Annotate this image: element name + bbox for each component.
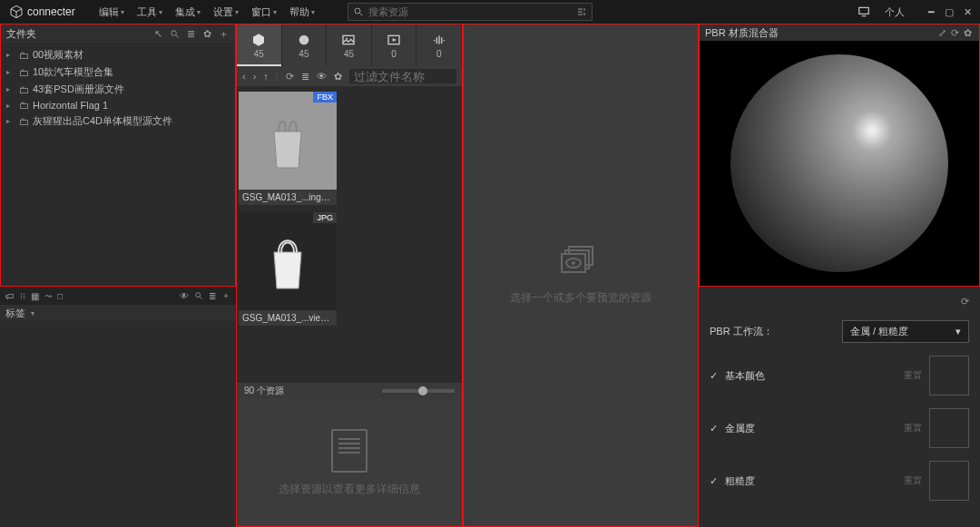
thumbnail-size-slider[interactable] (382, 389, 455, 393)
tag-views: 🏷 ⁝⁝ ▦ ⤳ □ 👁 ≣ ＋ (0, 287, 236, 305)
folder-label: 43套PSD画册源文件 (33, 83, 124, 96)
refresh-icon[interactable]: ⟳ (948, 26, 961, 39)
search-icon[interactable] (194, 291, 203, 300)
tag-view-grid-icon[interactable]: ▦ (31, 291, 39, 301)
reset-button[interactable]: 重置 (904, 474, 922, 487)
forward-icon[interactable]: › (253, 71, 257, 82)
workflow-label: PBR 工作流： (710, 325, 835, 338)
format-badge: FBX (313, 92, 337, 102)
svg-line-1 (359, 14, 362, 16)
layers-icon[interactable]: ≣ (184, 27, 197, 40)
eye-icon[interactable]: 👁 (180, 291, 189, 301)
search-box[interactable] (348, 3, 593, 21)
folder-label: 00视频素材 (33, 48, 83, 62)
property-label: 粗糙度 (725, 474, 897, 488)
asset-thumbnail: FBX (239, 92, 337, 190)
preview-placeholder: 选择一个或多个要预览的资源 (510, 290, 652, 306)
add-icon[interactable]: ＋ (217, 27, 230, 40)
check-icon[interactable]: ✓ (710, 475, 718, 487)
menu-integration[interactable]: 集成▾ (170, 3, 206, 22)
monitor-icon[interactable] (853, 3, 875, 21)
refresh-icon[interactable]: ⟳ (286, 71, 294, 83)
property-basecolor: ✓ 基本颜色 重置 (710, 356, 969, 395)
preview-icon (558, 245, 603, 281)
folder-item[interactable]: ▸🗀00视频素材 (6, 46, 230, 63)
refresh-icon[interactable]: ⟳ (961, 296, 969, 307)
reset-button[interactable]: 重置 (904, 422, 922, 434)
tag-view-square-icon[interactable]: □ (57, 291, 63, 301)
asset-item[interactable]: JPG GSG_MA013_...viewthumb (239, 212, 337, 326)
asset-name: GSG_MA013_...viewthumb (239, 310, 337, 326)
search-input[interactable] (368, 6, 572, 17)
type-tab-video[interactable]: 0 (372, 24, 417, 66)
menu-settings[interactable]: 设置▾ (208, 3, 244, 22)
account-label[interactable]: 个人 (880, 3, 909, 22)
menu-help[interactable]: 帮助▾ (284, 3, 320, 22)
texture-swatch[interactable] (929, 356, 969, 395)
texture-swatch[interactable] (929, 408, 969, 448)
cursor-icon[interactable]: ↖ (152, 27, 164, 40)
folder-label: 灰猩猩出品C4D单体模型源文件 (33, 114, 172, 128)
pbr-preview-viewport[interactable] (700, 41, 979, 286)
svg-point-0 (355, 8, 360, 14)
format-badge: JPG (313, 212, 337, 223)
folder-icon: 🗀 (19, 116, 29, 127)
up-icon[interactable]: ↑ (263, 71, 269, 82)
divider: | (276, 71, 279, 82)
asset-item[interactable]: FBX GSG_MA013_...ingBagIcon (239, 92, 337, 205)
gear-icon[interactable]: ✿ (961, 26, 974, 39)
close-button[interactable]: ✕ (958, 3, 976, 21)
type-tabs: 45 45 45 0 0 (237, 24, 462, 66)
browse-toolbar: ‹ › ↑ | ⟳ ≣ 👁 ✿ (237, 66, 462, 86)
search-options-icon[interactable] (572, 6, 592, 17)
property-label: 金属度 (725, 422, 897, 435)
search-icon[interactable] (168, 27, 181, 40)
type-count: 0 (436, 49, 442, 59)
svg-line-7 (200, 297, 202, 299)
filter-box[interactable] (349, 69, 456, 83)
asset-name: GSG_MA013_...ingBagIcon (239, 190, 337, 205)
filter-input[interactable] (354, 70, 452, 83)
tags-header[interactable]: 标签 ▾ (0, 305, 236, 321)
folders-header: 文件夹 ↖ ≣ ✿ ＋ (1, 24, 235, 43)
check-icon[interactable]: ✓ (710, 370, 718, 382)
gear-icon[interactable]: ✿ (201, 27, 213, 40)
expand-icon[interactable]: ⤢ (936, 26, 948, 39)
folders-title: 文件夹 (6, 27, 146, 41)
property-roughness: ✓ 粗糙度 重置 (710, 461, 969, 501)
tag-view-list-icon[interactable]: ⁝⁝ (20, 291, 25, 301)
texture-swatch[interactable] (929, 461, 969, 501)
menu-tools[interactable]: 工具▾ (132, 3, 168, 22)
check-icon[interactable]: ✓ (710, 423, 718, 434)
type-tab-3d[interactable]: 45 (237, 24, 282, 66)
browser-column: 45 45 45 0 0 ‹ › ↑ | ⟳ (236, 24, 463, 527)
folders-tools: ↖ ≣ ✿ ＋ (152, 27, 230, 40)
svg-point-8 (299, 34, 309, 44)
reset-button[interactable]: 重置 (904, 369, 922, 382)
layers-icon[interactable]: ≣ (209, 291, 216, 301)
menu-window[interactable]: 窗口▾ (246, 3, 282, 22)
menu-edit[interactable]: 编辑▾ (93, 3, 130, 22)
type-tab-image[interactable]: 45 (327, 24, 372, 66)
add-icon[interactable]: ＋ (221, 289, 230, 302)
folder-item[interactable]: ▸🗀10款汽车模型合集 (6, 63, 230, 81)
detail-placeholder: 选择资源以查看更多详细信息 (279, 482, 420, 497)
tag-view-tag-icon[interactable]: 🏷 (5, 291, 15, 301)
eye-icon[interactable]: 👁 (317, 71, 327, 82)
gear-icon[interactable]: ✿ (334, 71, 342, 83)
maximize-button[interactable]: ▢ (940, 3, 958, 21)
workflow-select[interactable]: 金属 / 粗糙度 ▾ (842, 320, 969, 343)
minimize-button[interactable]: ━ (922, 3, 940, 21)
folder-item[interactable]: ▸🗀Horizontal Flag 1 (6, 98, 230, 112)
svg-point-6 (196, 293, 201, 298)
tag-view-tree-icon[interactable]: ⤳ (44, 291, 52, 301)
type-tab-audio[interactable]: 0 (416, 24, 462, 66)
folder-label: Horizontal Flag 1 (33, 100, 108, 111)
pbr-properties: ⟳ PBR 工作流： 金属 / 粗糙度 ▾ ✓ 基本颜色 重置 ✓ 金属度 重置 (699, 287, 980, 527)
type-tab-material[interactable]: 45 (282, 24, 328, 66)
list-icon[interactable]: ≣ (301, 71, 309, 83)
back-icon[interactable]: ‹ (242, 71, 246, 82)
folder-item[interactable]: ▸🗀43套PSD画册源文件 (6, 81, 230, 98)
pbr-preview-panel: PBR 材质混合器 ⤢ ⟳ ✿ (699, 24, 980, 287)
folder-item[interactable]: ▸🗀灰猩猩出品C4D单体模型源文件 (6, 112, 230, 130)
